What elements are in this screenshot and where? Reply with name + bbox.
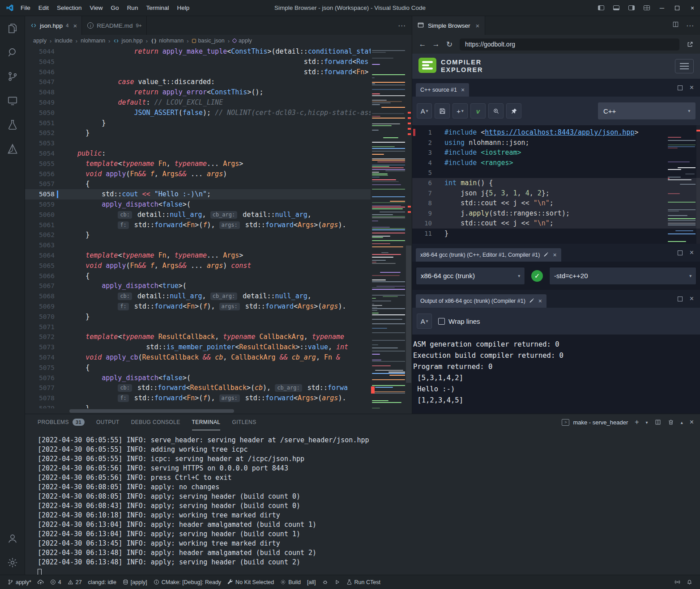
add-pane-button[interactable]: +▾ <box>452 103 468 119</box>
forward-icon[interactable]: → <box>430 38 442 50</box>
status-item-launch-target[interactable] <box>331 575 343 589</box>
font-size-button[interactable]: A▾ <box>417 103 432 119</box>
compiler-explorer-logo[interactable]: COMPILER EXPLORER <box>418 58 483 75</box>
code-line-5056[interactable]: 5056 void apply(Fn&& f, Args&& ... args) <box>25 169 371 179</box>
code-line-5060[interactable]: 5060 cb: detail::null_arg, cb_arg: detai… <box>25 210 371 220</box>
code-line-5046[interactable]: 5046 std::forward<Fn> <box>25 67 371 77</box>
maximize-pane-icon[interactable] <box>678 250 683 255</box>
code-line-5058[interactable]: 5058 std::cout << "Hello :-)\n"; <box>25 189 371 199</box>
toggle-secondary-sidebar-icon[interactable] <box>624 0 639 16</box>
compiler-pane-tab[interactable]: x86-64 gcc (trunk) (C++, Editor #1, Comp… <box>416 248 561 262</box>
menu-terminal[interactable]: Terminal <box>142 0 173 16</box>
ce-code-line-7[interactable]: 7 json j{5, 3, 1, 4, 2}; <box>412 188 700 199</box>
breadcrumb-item-include[interactable]: include <box>54 38 73 44</box>
code-line-5051[interactable]: 5051 } <box>25 118 371 128</box>
code-line-5072[interactable]: 5072 template<typename ResultCallback, t… <box>25 332 371 342</box>
code-line-5065[interactable]: 5065 void apply(Fn&& f, Args&& ... args)… <box>25 261 371 271</box>
status-item-cmake-project[interactable]: [apply] <box>120 575 150 589</box>
split-editor-icon[interactable] <box>672 21 679 30</box>
panel-tab-problems[interactable]: PROBLEMS31 <box>38 414 85 430</box>
edit-icon[interactable] <box>543 252 549 258</box>
cmake-icon[interactable] <box>0 137 25 161</box>
testing-icon[interactable] <box>0 113 25 137</box>
close-icon[interactable]: × <box>553 251 556 258</box>
compiler-output[interactable]: ASM generation compiler returned: 0Execu… <box>412 335 700 414</box>
back-icon[interactable]: ← <box>417 38 428 50</box>
open-external-icon[interactable] <box>684 38 696 50</box>
status-item-notifications[interactable] <box>683 575 696 589</box>
status-item-errors[interactable]: 4 <box>47 575 64 589</box>
kill-terminal-icon[interactable] <box>668 419 674 425</box>
menu-run[interactable]: Run <box>123 0 142 16</box>
code-line-5055[interactable]: 5055 template<typename Fn, typename... A… <box>25 159 371 169</box>
ce-code-line-4[interactable]: 4#include <ranges> <box>412 158 700 168</box>
code-line-5052[interactable]: 5052 } <box>25 128 371 138</box>
status-item-branch-apply[interactable]: apply* <box>4 575 34 589</box>
menu-selection[interactable]: Selection <box>53 0 86 16</box>
panel-tab-terminal[interactable]: TERMINAL <box>192 414 221 430</box>
source-control-icon[interactable] <box>0 64 25 89</box>
status-item-debug-target[interactable] <box>319 575 331 589</box>
menu-go[interactable]: Go <box>107 0 123 16</box>
maximize-panel-icon[interactable]: ▴ <box>681 420 683 425</box>
menu-file[interactable]: File <box>17 0 34 16</box>
breadcrumb-item-apply[interactable]: apply <box>232 38 253 44</box>
terminal[interactable]: [2022-04-30 06:05:55] INFO: serve_header… <box>25 430 700 575</box>
search-icon[interactable] <box>0 40 25 64</box>
horizontal-scrollbar[interactable] <box>69 409 234 413</box>
status-item-sync[interactable] <box>34 575 47 589</box>
pin-icon[interactable] <box>506 103 521 119</box>
status-item-warnings[interactable]: 27 <box>64 575 85 589</box>
code-line-5054[interactable]: 5054 public: <box>25 148 371 159</box>
include-url-link[interactable]: https://localhost:8443/apply/json.hpp <box>485 128 634 136</box>
terminal-session[interactable]: > make - serve_header <box>562 419 628 426</box>
close-icon[interactable]: × <box>476 22 480 30</box>
close-icon[interactable]: × <box>461 86 465 93</box>
breadcrumb-item-nlohmann[interactable]: nlohmann <box>80 38 106 44</box>
maximize-icon[interactable] <box>670 0 685 16</box>
code-line-5079[interactable]: 5079 } <box>25 403 371 408</box>
code-line-5044[interactable]: 5044 return apply_make_tuple<ConstThis>(… <box>25 47 371 57</box>
code-line-5069[interactable]: 5069 f: std::forward<Fn>(f), args: std::… <box>25 301 371 312</box>
language-select[interactable]: C++ ▾ <box>598 102 696 119</box>
compiler-flags-input[interactable]: -std=c++20 ▾ <box>549 267 696 285</box>
code-line-5073[interactable]: 5073 std::is_member_pointer<ResultCallba… <box>25 342 371 352</box>
breadcrumb-item-apply[interactable]: apply <box>32 38 47 44</box>
panel-tab-output[interactable]: OUTPUT <box>96 414 120 430</box>
close-icon[interactable]: × <box>538 297 542 305</box>
code-line-5061[interactable]: 5061 f: std::forward<Fn>(f), args: std::… <box>25 220 371 230</box>
wrap-lines-checkbox[interactable]: Wrap lines <box>438 318 480 325</box>
vertical-scrollbar[interactable] <box>405 47 412 408</box>
breadcrumb-item-basic-json[interactable]: basic_json <box>191 38 226 44</box>
code-line-5050[interactable]: 5050 JSON_ASSERT(false); // NOLINT(cert-… <box>25 108 371 118</box>
source-editor[interactable]: 1#include <https://localhost:8443/apply/… <box>412 125 700 244</box>
close-pane-icon[interactable]: × <box>690 249 694 257</box>
close-panel-icon[interactable]: × <box>690 418 694 426</box>
close-pane-icon[interactable]: × <box>690 295 694 303</box>
code-line-5075[interactable]: 5075 { <box>25 363 371 373</box>
minimap[interactable] <box>667 127 696 242</box>
code-line-5071[interactable]: 5071 <box>25 322 371 332</box>
ce-code-line-8[interactable]: 8 std::cout << j << "\n"; <box>412 198 700 208</box>
status-item-clangd[interactable]: clangd: idle <box>85 575 120 589</box>
vim-mode-button[interactable]: v <box>470 103 486 119</box>
breadcrumb-item-json-hpp[interactable]: json.hpp <box>112 38 143 44</box>
code-line-5066[interactable]: 5066 { <box>25 271 371 281</box>
settings-gear-icon[interactable] <box>0 551 25 575</box>
reload-icon[interactable]: ↻ <box>444 38 455 50</box>
toggle-panel-icon[interactable] <box>609 0 624 16</box>
status-item-broadcast[interactable] <box>671 575 683 589</box>
maximize-pane-icon[interactable] <box>678 85 683 90</box>
code-line-5074[interactable]: 5074 void apply_cb(ResultCallback && cb,… <box>25 352 371 363</box>
code-line-5053[interactable]: 5053 <box>25 138 371 148</box>
close-icon[interactable]: × <box>73 22 77 30</box>
close-pane-icon[interactable]: × <box>690 84 694 92</box>
zoom-icon[interactable] <box>488 103 504 119</box>
ce-code-line-1[interactable]: 1#include <https://localhost:8443/apply/… <box>412 127 700 138</box>
code-line-5045[interactable]: 5045 std::forward<Res <box>25 57 371 67</box>
new-terminal-icon[interactable]: + <box>635 418 639 426</box>
account-icon[interactable] <box>0 526 25 551</box>
split-terminal-icon[interactable] <box>655 419 661 425</box>
code-line-5067[interactable]: 5067 apply_dispatch<true>( <box>25 281 371 291</box>
code-line-5077[interactable]: 5077 cb: std::forward<ResultCallback>(cb… <box>25 383 371 393</box>
